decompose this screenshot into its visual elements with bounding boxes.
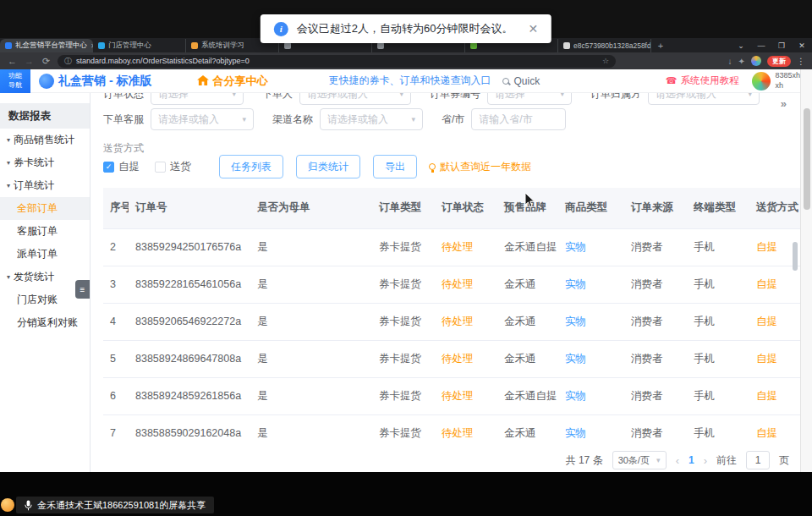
tab-label: 门店管理中心 xyxy=(108,41,151,51)
browser-tab-7[interactable]: e8c573980b1328a258fd2e6 xyxy=(558,39,651,52)
browser-update-badge[interactable]: 更新 xyxy=(767,56,791,67)
cell-product-type-link[interactable]: 实物 xyxy=(558,377,624,414)
col-seq: 序号 xyxy=(103,188,129,228)
cell-product-type-link[interactable]: 实物 xyxy=(558,266,624,303)
page-size-value: 30条/页 xyxy=(618,454,650,467)
url-input[interactable]: ⓘ standard.maboy.cn/OrderStatisticsDetai… xyxy=(58,55,616,68)
browser-menu-icon[interactable]: ⋮ xyxy=(797,57,805,66)
sidebar-item-card-stats[interactable]: ▾ 券卡统计 xyxy=(0,151,90,174)
sidebar-item-product-sales[interactable]: ▾ 商品销售统计 xyxy=(0,129,90,151)
goto-page-input[interactable] xyxy=(746,451,770,469)
checkbox-self-pickup[interactable]: ✓ 自提 xyxy=(103,160,140,174)
function-nav-toggle[interactable]: 功能 导航 xyxy=(0,69,30,93)
sidebar-item-all-orders[interactable]: 全部订单 xyxy=(0,197,90,220)
page-size-select[interactable]: 30条/页 ▾ xyxy=(612,451,667,469)
cell-product-type-link[interactable]: 实物 xyxy=(558,340,624,377)
cell-seq: 5 xyxy=(103,340,129,377)
taskbar: 金禾通技术王斌18662591081的屏幕共享 xyxy=(0,472,812,516)
table-scrollbar[interactable] xyxy=(793,242,798,271)
bookmark-star-icon[interactable]: ☆ xyxy=(602,57,609,65)
browser-tab-1[interactable]: 礼盒营销平台管理中心 ✕ xyxy=(0,39,93,52)
sidebar-item-service-orders[interactable]: 客服订单 xyxy=(0,220,90,243)
cell-order-no: 83859228165461056a xyxy=(129,266,250,303)
addressbar-actions: ↓ ✦ 更新 ⋮ xyxy=(728,56,805,67)
page-scrollbar-thumb[interactable] xyxy=(804,108,810,210)
cell-delivery: 自提 xyxy=(749,266,800,303)
window-controls: ⌄ — ❐ ✕ xyxy=(731,38,812,52)
filter-label: 订单归属方 xyxy=(590,93,641,102)
col-order-source: 订单来源 xyxy=(624,188,687,228)
refresh-icon[interactable]: ⟳ xyxy=(41,56,52,67)
user-suffix: xh xyxy=(775,81,783,90)
back-icon[interactable]: ← xyxy=(7,56,18,66)
coupon-number-select[interactable]: 请选择 ▾ xyxy=(487,93,572,105)
next-page-icon[interactable]: › xyxy=(704,454,707,467)
user-name: 8385xh xh xyxy=(775,71,800,91)
order-status-select[interactable]: 请选择 ▾ xyxy=(151,93,244,105)
province-city-input[interactable] xyxy=(471,108,566,130)
tab-favicon xyxy=(563,42,570,49)
maximize-icon[interactable]: ❐ xyxy=(771,41,792,50)
forward-icon[interactable]: → xyxy=(24,56,35,66)
sidebar-item-dispatch-orders[interactable]: 派单订单 xyxy=(0,243,90,266)
cell-is-parent: 是 xyxy=(250,303,372,340)
task-list-button[interactable]: 任务列表 xyxy=(219,155,283,178)
cell-order-no: 83859294250176576a xyxy=(129,228,250,266)
export-button[interactable]: 导出 xyxy=(373,155,417,178)
user-avatar[interactable] xyxy=(752,72,771,91)
current-page[interactable]: 1 xyxy=(689,454,694,466)
tutorial-link[interactable]: ☎ 系统使用教程 xyxy=(666,74,739,87)
tab-favicon xyxy=(5,42,12,49)
screen-share-banner: 金禾通技术王斌18662591081的屏幕共享 xyxy=(16,497,214,513)
extensions-icon[interactable]: ✦ xyxy=(738,57,745,66)
cell-is-parent: 是 xyxy=(250,266,372,303)
cell-product-type-link[interactable]: 实物 xyxy=(558,303,624,340)
query-hint: 默认查询近一年数据 xyxy=(429,160,531,174)
main-content: 订单状态 请选择 ▾ 下单人 请选择或输入 ▾ 订单券编号 请选择 ▾ xyxy=(91,93,800,472)
toast-close-icon[interactable]: ✕ xyxy=(528,22,538,36)
share-center-label: 合分享中心 xyxy=(212,74,267,89)
sidebar-item-order-stats[interactable]: ▾ 订单统计 xyxy=(0,174,90,197)
download-icon[interactable]: ↓ xyxy=(728,57,732,66)
expand-arrow-icon: ▾ xyxy=(7,159,10,167)
prev-page-icon[interactable]: ‹ xyxy=(676,454,679,467)
cell-terminal: 手机 xyxy=(687,414,749,447)
new-tab-button[interactable]: + xyxy=(651,39,670,52)
filter-label: 订单券编号 xyxy=(430,93,480,102)
cell-product-type-link[interactable]: 实物 xyxy=(558,228,624,266)
table-row: 5 83858924869647808a 是 券卡提货 待处理 金禾通 实物 消… xyxy=(103,340,800,377)
tutorial-label: 系统使用教程 xyxy=(680,74,738,87)
orderer-select[interactable]: 请选择或输入 ▾ xyxy=(299,93,411,105)
order-owner-select[interactable]: 请选择或输入 ▾ xyxy=(648,93,760,105)
cell-is-parent: 是 xyxy=(250,377,372,414)
close-window-icon[interactable]: ✕ xyxy=(792,41,812,50)
user-info[interactable]: 8385xh xh xyxy=(752,71,800,91)
cell-brand: 金禾通自提 xyxy=(497,377,558,414)
browser-profile-avatar[interactable] xyxy=(751,56,761,66)
chevron-down-icon: ▾ xyxy=(411,115,415,124)
col-delivery: 送货方式 xyxy=(749,188,800,228)
search-icon xyxy=(502,78,509,85)
classify-stats-button[interactable]: 归类统计 xyxy=(296,155,360,178)
select-placeholder: 请选择 xyxy=(495,93,525,102)
sidebar: 数据报表 ▾ 商品销售统计 ▾ 券卡统计 ▾ 订单统计 全部订单 客服订单 派单… xyxy=(0,93,91,472)
cell-source: 消费者 xyxy=(624,414,687,447)
filter-label: 下单客服 xyxy=(103,113,144,127)
service-agent-select[interactable]: 请选择或输入 ▾ xyxy=(151,108,254,130)
cell-is-parent: 是 xyxy=(250,414,372,447)
checkbox-delivery[interactable]: 送货 xyxy=(155,160,191,174)
sidebar-item-rebate-reconciliation[interactable]: 分销返利对账 xyxy=(0,311,90,334)
share-center-link[interactable]: 合分享中心 xyxy=(197,74,267,89)
channel-name-select[interactable]: 请选择或输入 ▾ xyxy=(320,108,423,130)
minimize-icon[interactable]: — xyxy=(751,41,771,50)
filter-collapse-icon[interactable]: » xyxy=(781,97,787,110)
sidebar-collapse-handle[interactable]: ≡ xyxy=(75,280,90,299)
browser-tab-2[interactable]: 门店管理中心 xyxy=(93,39,186,52)
site-info-icon[interactable]: ⓘ xyxy=(64,56,72,67)
cell-delivery: 自提 xyxy=(749,377,800,414)
sidebar-item-label: 派单订单 xyxy=(17,247,58,261)
app-logo: 礼盒营销 - 标准版 xyxy=(39,74,151,89)
tab-search-icon[interactable]: ⌄ xyxy=(731,41,751,50)
cell-product-type-link[interactable]: 实物 xyxy=(558,414,624,447)
quick-search[interactable]: Quick xyxy=(502,75,540,87)
